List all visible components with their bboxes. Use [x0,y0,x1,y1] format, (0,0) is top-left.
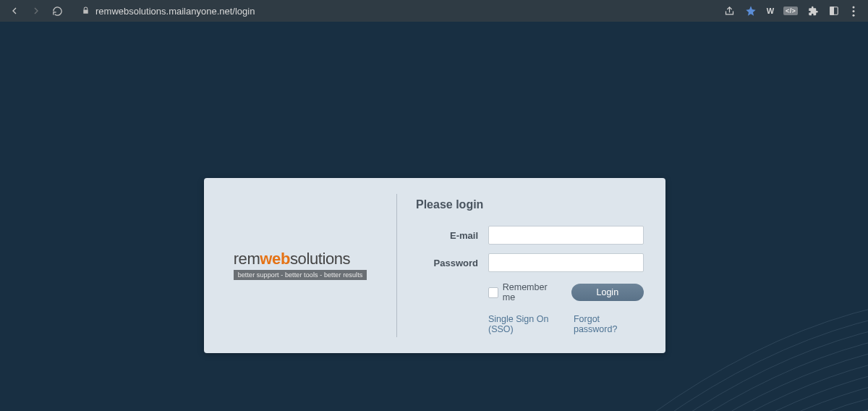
remember-me[interactable]: Remember me [488,282,557,302]
extension-code-icon[interactable]: </> [783,7,798,15]
svg-point-2 [853,6,855,8]
remember-label: Remember me [503,282,557,302]
logo-wordmark: remwebsolutions [234,251,367,267]
extensions-puzzle-icon[interactable] [808,6,819,17]
url-text: remwebsolutions.mailanyone.net/login [95,6,255,17]
bookmark-star-icon[interactable] [745,5,757,17]
browser-toolbar: remwebsolutions.mailanyone.net/login W <… [0,0,868,22]
login-card: remwebsolutions better support - better … [204,178,665,353]
form-title: Please login [416,198,644,211]
forward-icon[interactable] [30,5,42,17]
address-bar[interactable]: remwebsolutions.mailanyone.net/login [72,6,720,17]
svg-point-3 [853,10,855,12]
extensions-group: W </> [724,5,862,17]
logo-part-web: web [260,250,290,268]
forgot-password-link[interactable]: Forgot password? [574,314,644,334]
password-label: Password [416,258,488,268]
logo-part-rem: rem [234,250,260,268]
kebab-menu-icon[interactable] [849,6,858,17]
email-row: E-mail [416,226,644,245]
svg-point-4 [853,14,855,16]
password-input[interactable] [488,253,644,272]
nav-icon-group [6,5,67,17]
lock-icon [82,6,90,17]
brand-logo: remwebsolutions better support - better … [234,251,367,280]
action-row: Remember me Login [416,282,644,302]
login-button[interactable]: Login [571,284,644,301]
email-label: E-mail [416,230,488,241]
remember-checkbox[interactable] [488,287,498,298]
logo-part-solutions: solutions [290,250,350,268]
login-form: Please login E-mail Password Remember me… [396,194,665,337]
share-icon[interactable] [724,6,735,17]
logo-pane: remwebsolutions better support - better … [204,178,396,353]
extension-wv-icon[interactable]: W [767,7,773,15]
logo-tagline: better support - better tools - better r… [234,270,367,280]
password-row: Password [416,253,644,272]
page-body: remwebsolutions better support - better … [0,22,868,411]
email-input[interactable] [488,226,644,245]
profile-icon[interactable] [829,6,839,16]
svg-rect-1 [830,7,834,15]
back-icon[interactable] [9,5,20,17]
links-row: Single Sign On (SSO) Forgot password? [488,314,644,334]
reload-icon[interactable] [52,6,63,17]
sso-link[interactable]: Single Sign On (SSO) [488,314,574,334]
